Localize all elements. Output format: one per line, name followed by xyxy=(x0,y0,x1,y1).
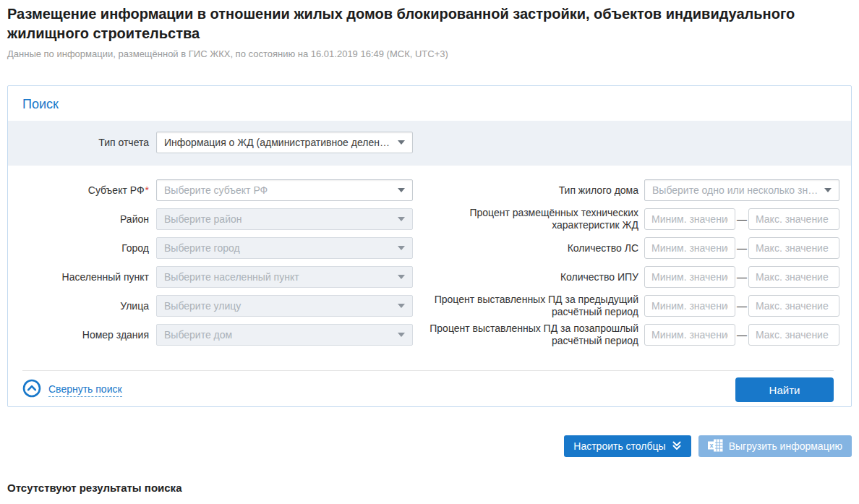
chevron-down-icon xyxy=(398,333,405,337)
house-number-select[interactable]: Выберите дом xyxy=(156,324,413,346)
chevron-down-icon xyxy=(398,217,405,221)
city-select[interactable]: Выберите город xyxy=(156,237,413,259)
search-fields-left: Субъект РФ* Выберите субъект РФ Район Вы… xyxy=(8,179,406,346)
form-row: Номер здания Выберите дом xyxy=(8,324,406,346)
form-row: Тип жилого дома Выберите одно или нескол… xyxy=(406,179,851,201)
report-type-label: Тип отчета xyxy=(15,137,149,149)
range-separator: — xyxy=(737,329,747,341)
configure-columns-button[interactable]: Настроить столбцы xyxy=(564,435,691,457)
ipu-count-min-input[interactable] xyxy=(644,266,735,288)
city-label: Город xyxy=(15,242,149,255)
form-row: Количество ЛС — xyxy=(406,237,851,259)
chevron-down-icon xyxy=(398,304,405,308)
required-asterisk: * xyxy=(145,184,149,196)
subject-rf-select[interactable]: Выберите субъект РФ xyxy=(156,179,413,201)
form-row: Улица Выберите улицу xyxy=(8,295,406,317)
excel-icon: x xyxy=(708,439,723,454)
district-select[interactable]: Выберите район xyxy=(156,208,413,230)
search-panel-footer: Свернуть поиск Найти xyxy=(8,371,851,402)
chevron-down-icon xyxy=(398,246,405,250)
search-panel-title: Поиск xyxy=(8,86,851,121)
no-results-message: Отсутствуют результаты поиска xyxy=(7,482,181,494)
pd-before-prev-period-max-input[interactable] xyxy=(748,324,839,346)
double-chevron-down-icon xyxy=(672,440,682,453)
collapse-search-link[interactable]: Свернуть поиск xyxy=(22,379,122,401)
subject-rf-label: Субъект РФ* xyxy=(15,184,149,197)
form-row: Населенный пункт Выберите населенный пун… xyxy=(8,266,406,288)
street-select[interactable]: Выберите улицу xyxy=(156,295,413,317)
collapse-search-label: Свернуть поиск xyxy=(48,383,122,397)
form-row: Количество ИПУ — xyxy=(406,266,851,288)
ls-count-label: Количество ЛС xyxy=(406,242,638,255)
form-row: Процент выставленных ПД за позапрошлый р… xyxy=(406,324,851,346)
search-panel: Поиск Тип отчета Информация о ЖД (админи… xyxy=(7,85,852,407)
tech-specs-percent-max-input[interactable] xyxy=(748,208,839,230)
range-separator: — xyxy=(737,271,747,283)
pd-before-prev-period-min-input[interactable] xyxy=(644,324,735,346)
export-information-button[interactable]: x Выгрузить информацию xyxy=(698,435,852,457)
tech-specs-percent-label: Процент размещённых технических характер… xyxy=(406,207,638,231)
tech-specs-percent-min-input[interactable] xyxy=(644,208,735,230)
range-separator: — xyxy=(737,213,747,225)
chevron-up-circle-icon xyxy=(22,379,41,401)
settlement-select[interactable]: Выберите населенный пункт xyxy=(156,266,413,288)
pd-before-prev-period-range: — xyxy=(644,324,839,346)
ipu-count-label: Количество ИПУ xyxy=(406,271,638,283)
chevron-down-icon xyxy=(398,188,405,192)
pd-prev-period-min-input[interactable] xyxy=(644,295,735,317)
svg-text:x: x xyxy=(709,442,713,449)
range-separator: — xyxy=(737,242,747,254)
chevron-down-icon xyxy=(398,140,405,145)
pd-prev-period-max-input[interactable] xyxy=(748,295,839,317)
settlement-label: Населенный пункт xyxy=(15,271,149,283)
range-separator: — xyxy=(737,300,747,312)
form-row: Субъект РФ* Выберите субъект РФ xyxy=(8,179,406,201)
district-label: Район xyxy=(15,213,149,226)
ls-count-range: — xyxy=(644,237,839,259)
form-row: Район Выберите район xyxy=(8,208,406,230)
ipu-count-range: — xyxy=(644,266,839,288)
tech-specs-percent-range: — xyxy=(644,208,839,230)
form-row: Тип отчета Информация о ЖД (администрати… xyxy=(8,132,851,153)
house-type-label: Тип жилого дома xyxy=(406,184,638,197)
form-row: Процент размещённых технических характер… xyxy=(406,208,851,230)
find-button[interactable]: Найти xyxy=(735,377,834,402)
report-type-band: Тип отчета Информация о ЖД (администрати… xyxy=(8,121,851,166)
house-type-select[interactable]: Выберите одно или несколько значен... xyxy=(644,179,839,201)
configure-columns-label: Настроить столбцы xyxy=(573,440,665,452)
page-subtitle: Данные по информации, размещённой в ГИС … xyxy=(7,48,448,59)
report-type-select[interactable]: Информация о ЖД (административное делени… xyxy=(156,132,413,153)
ipu-count-max-input[interactable] xyxy=(748,266,839,288)
street-label: Улица xyxy=(15,300,149,312)
pd-prev-period-label: Процент выставленных ПД за предыдущий ра… xyxy=(406,294,638,318)
chevron-down-icon xyxy=(398,275,405,279)
search-fields-right: Тип жилого дома Выберите одно или нескол… xyxy=(406,179,851,346)
export-information-label: Выгрузить информацию xyxy=(729,440,842,452)
chevron-down-icon xyxy=(824,188,832,192)
pd-prev-period-range: — xyxy=(644,295,839,317)
house-number-label: Номер здания xyxy=(15,329,149,341)
table-actions: Настроить столбцы x Выгрузить информацию xyxy=(564,435,852,457)
ls-count-max-input[interactable] xyxy=(748,237,839,259)
ls-count-min-input[interactable] xyxy=(644,237,735,259)
search-fields: Субъект РФ* Выберите субъект РФ Район Вы… xyxy=(8,166,851,346)
pd-before-prev-period-label: Процент выставленных ПД за позапрошлый р… xyxy=(406,323,638,347)
report-type-value: Информация о ЖД (административное делени… xyxy=(164,137,392,148)
page-title: Размещение информации в отношении жилых … xyxy=(7,4,855,43)
form-row: Город Выберите город xyxy=(8,237,406,259)
form-row: Процент выставленных ПД за предыдущий ра… xyxy=(406,295,851,317)
